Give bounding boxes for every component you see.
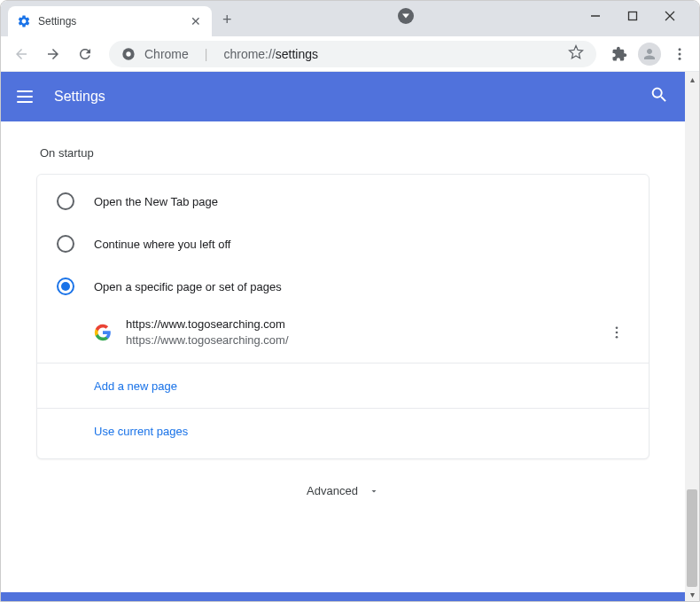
svg-point-8: [679, 57, 681, 59]
startup-card: Open the New Tab page Continue where you…: [36, 174, 649, 459]
scroll-up-icon[interactable]: ▴: [685, 72, 699, 86]
window-controls: [587, 8, 699, 24]
svg-point-10: [616, 332, 618, 334]
radio-new-tab[interactable]: Open the New Tab page: [37, 180, 649, 223]
radio-continue[interactable]: Continue where you left off: [37, 223, 649, 265]
star-icon[interactable]: [568, 44, 584, 63]
radio-icon: [57, 278, 74, 295]
hamburger-menu-icon[interactable]: [17, 86, 38, 107]
startup-page-entry: https://www.togosearching.com https://ww…: [37, 308, 649, 357]
radio-icon: [57, 192, 74, 210]
search-icon[interactable]: [649, 85, 669, 108]
radio-icon: [57, 235, 74, 253]
chrome-logo-icon: [121, 47, 136, 61]
settings-gear-icon: [17, 14, 31, 28]
section-title: On startup: [40, 146, 649, 160]
advanced-toggle[interactable]: Advanced: [36, 459, 649, 506]
page-entry-title: https://www.togosearching.com: [126, 317, 590, 332]
more-options-icon[interactable]: [604, 324, 629, 340]
omnibox[interactable]: Chrome | chrome://settings: [109, 41, 596, 67]
scrollbar[interactable]: ▴ ▾: [685, 72, 699, 601]
minimize-button[interactable]: [587, 8, 603, 24]
extensions-icon[interactable]: [607, 42, 632, 66]
forward-button[interactable]: [40, 41, 66, 67]
bottom-accent: [1, 592, 685, 601]
add-page-row[interactable]: Add a new page: [37, 363, 649, 408]
chevron-down-icon: [369, 486, 379, 496]
title-bar: Settings ✕ +: [1, 1, 699, 36]
page-entry-url: https://www.togosearching.com/: [126, 332, 590, 348]
close-window-button[interactable]: [662, 8, 678, 24]
scroll-down-icon[interactable]: ▾: [685, 587, 699, 601]
address-prefix: Chrome: [144, 47, 189, 61]
svg-point-5: [126, 51, 130, 56]
new-tab-button[interactable]: +: [222, 11, 232, 29]
close-tab-icon[interactable]: ✕: [189, 14, 203, 28]
back-button[interactable]: [8, 41, 35, 67]
svg-point-7: [679, 52, 681, 55]
maximize-button[interactable]: [625, 8, 641, 24]
tab-title: Settings: [38, 15, 182, 27]
settings-title: Settings: [54, 89, 649, 105]
google-favicon: [94, 324, 112, 341]
tab-search-button[interactable]: [398, 8, 414, 24]
address-bar: Chrome | chrome://settings: [1, 36, 699, 72]
scroll-thumb[interactable]: [687, 489, 697, 587]
reload-button[interactable]: [72, 41, 98, 67]
settings-header: Settings: [1, 72, 685, 121]
menu-dots-icon[interactable]: [667, 42, 692, 66]
radio-specific-page[interactable]: Open a specific page or set of pages: [37, 265, 649, 308]
svg-rect-1: [628, 12, 636, 20]
profile-avatar[interactable]: [637, 42, 662, 66]
browser-tab[interactable]: Settings ✕: [8, 6, 212, 36]
svg-point-6: [679, 48, 681, 51]
svg-point-11: [616, 336, 618, 339]
use-current-row[interactable]: Use current pages: [37, 408, 649, 453]
svg-point-9: [616, 327, 618, 330]
